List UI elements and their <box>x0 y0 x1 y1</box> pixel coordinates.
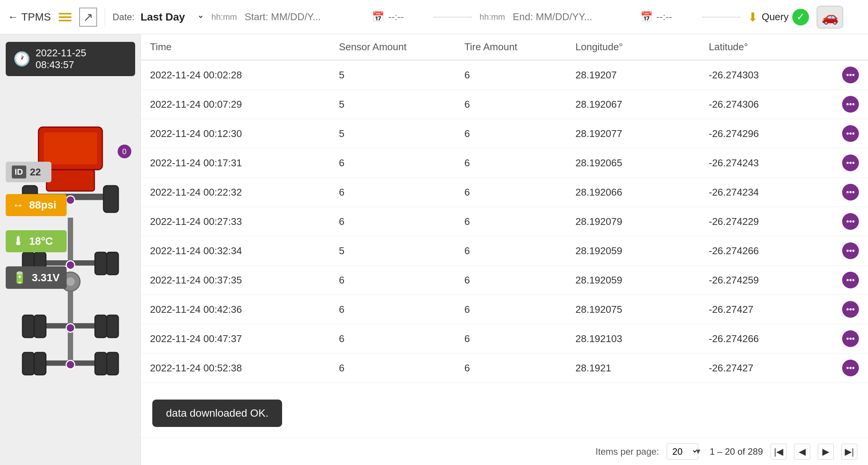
col-latitude: Latitude° <box>700 34 833 60</box>
cell-longitude: 28.192077 <box>566 119 700 148</box>
cell-latitude: -26.274266 <box>700 324 833 354</box>
cell-sensor: 5 <box>330 119 455 148</box>
cell-longitude: 28.192103 <box>566 324 700 354</box>
svg-point-29 <box>66 360 74 369</box>
more-button[interactable]: ••• <box>842 154 859 171</box>
menu-button[interactable] <box>59 13 72 21</box>
svg-rect-18 <box>95 315 107 338</box>
cell-sensor: 6 <box>330 148 455 178</box>
more-button[interactable]: ••• <box>842 330 859 347</box>
cell-time: 2022-11-24 00:32:34 <box>141 236 330 266</box>
cell-latitude: -26.274306 <box>700 90 833 119</box>
end-time-input[interactable] <box>656 11 694 23</box>
table-row: 2022-11-24 00:52:38 6 6 28.1921 -26.2742… <box>141 354 868 383</box>
cell-tire: 6 <box>455 324 566 354</box>
cell-action: ••• <box>833 60 868 90</box>
svg-point-27 <box>66 261 74 269</box>
start-time-input[interactable] <box>388 11 426 23</box>
sidebar: 🕐 2022-11-25 08:43:57 0 ID 22 ↔ 88psi 🌡 … <box>0 34 141 465</box>
more-button[interactable]: ••• <box>842 67 859 83</box>
svg-rect-14 <box>68 291 73 323</box>
cell-tire: 6 <box>455 90 566 119</box>
svg-rect-17 <box>34 315 46 338</box>
cell-latitude: -26.27427 <box>700 295 833 324</box>
cell-action: ••• <box>833 207 868 236</box>
more-button[interactable]: ••• <box>842 272 859 288</box>
more-button[interactable]: ••• <box>842 96 859 113</box>
cell-time: 2022-11-24 00:12:30 <box>141 119 330 148</box>
more-button[interactable]: ••• <box>842 184 859 201</box>
start-time-section: hh:mm 📅 <box>211 11 426 23</box>
cell-action: ••• <box>833 266 868 295</box>
cell-latitude: -26.274296 <box>700 119 833 148</box>
hhmm-label-1: hh:mm <box>211 12 237 22</box>
svg-rect-22 <box>22 352 34 375</box>
thermometer-icon: 🌡 <box>13 235 24 248</box>
cell-latitude: -26.274303 <box>700 60 833 90</box>
prev-page-button[interactable]: ◀ <box>794 444 810 460</box>
cell-time: 2022-11-24 00:42:36 <box>141 295 330 324</box>
vehicle-icon-button[interactable]: 🚗 <box>817 6 843 29</box>
query-label: Query <box>762 11 789 23</box>
cell-latitude: -26.27427 <box>700 354 833 383</box>
date-select[interactable]: Last Day Last Week Last Month Custom <box>139 11 204 23</box>
col-sensor-amount: Sensor Amount <box>330 34 455 60</box>
back-arrow-icon: ← <box>8 11 18 23</box>
more-button[interactable]: ••• <box>842 125 859 142</box>
svg-rect-1 <box>44 132 97 164</box>
toolbar: ← TPMS ↗ Date: Last Day Last Week Last M… <box>0 0 868 34</box>
export-button[interactable]: ↗ <box>79 8 97 27</box>
first-page-button[interactable]: |◀ <box>771 444 787 460</box>
table-row: 2022-11-24 00:07:29 5 6 28.192067 -26.27… <box>141 90 868 119</box>
end-calendar-icon[interactable]: 📅 <box>640 11 653 23</box>
more-button[interactable]: ••• <box>842 213 859 230</box>
temperature-value: 18°C <box>29 235 53 247</box>
back-button[interactable]: ← TPMS <box>8 11 51 23</box>
table-row: 2022-11-24 00:12:30 5 6 28.192077 -26.27… <box>141 119 868 148</box>
cell-action: ••• <box>833 295 868 324</box>
table-row: 2022-11-24 00:47:37 6 6 28.192103 -26.27… <box>141 324 868 354</box>
more-button[interactable]: ••• <box>842 360 859 376</box>
cell-longitude: 28.192067 <box>566 90 700 119</box>
cell-latitude: -26.274229 <box>700 207 833 236</box>
battery-icon: 🔋 <box>13 271 27 284</box>
date-section: Date: Last Day Last Week Last Month Cust… <box>113 11 204 23</box>
more-button[interactable]: ••• <box>842 301 859 318</box>
start-calendar-icon[interactable]: 📅 <box>372 11 384 23</box>
table-row: 2022-11-24 00:02:28 5 6 28.19207 -26.274… <box>141 60 868 90</box>
cell-sensor: 5 <box>330 60 455 90</box>
last-page-button[interactable]: ▶| <box>841 444 857 460</box>
svg-point-26 <box>66 196 74 204</box>
per-page-select[interactable]: 10 20 50 100 <box>667 443 698 460</box>
end-date-input[interactable] <box>513 11 637 23</box>
query-button[interactable]: ⬇ Query ✓ <box>748 9 809 25</box>
col-time: Time <box>141 34 330 60</box>
cell-sensor: 6 <box>330 178 455 207</box>
svg-point-28 <box>66 324 74 332</box>
date-label: Date: <box>113 12 134 22</box>
cell-longitude: 28.192075 <box>566 295 700 324</box>
pressure-icon: ↔ <box>13 199 24 212</box>
cell-action: ••• <box>833 90 868 119</box>
cell-latitude: -26.274259 <box>700 266 833 295</box>
cell-tire: 6 <box>455 178 566 207</box>
table-row: 2022-11-24 00:22:32 6 6 28.192066 -26.27… <box>141 178 868 207</box>
cell-tire: 6 <box>455 60 566 90</box>
id-box: ID 22 <box>6 162 51 182</box>
pressure-box: ↔ 88psi <box>6 194 67 216</box>
svg-rect-25 <box>107 352 118 375</box>
svg-point-13 <box>66 277 74 286</box>
svg-rect-16 <box>22 315 34 338</box>
time-separator-2 <box>702 17 740 18</box>
more-button[interactable]: ••• <box>842 242 859 259</box>
next-page-button[interactable]: ▶ <box>818 444 834 460</box>
cell-tire: 6 <box>455 295 566 324</box>
data-panel: Time Sensor Amount Tire Amount Longitude… <box>141 34 868 465</box>
items-per-page-label: Items per page: <box>595 446 659 457</box>
col-tire-amount: Tire Amount <box>455 34 566 60</box>
svg-rect-20 <box>68 328 73 360</box>
start-date-input[interactable] <box>244 11 368 23</box>
cell-sensor: 6 <box>330 354 455 383</box>
datetime-display: 2022-11-25 08:43:57 <box>36 47 128 71</box>
cell-sensor: 6 <box>330 266 455 295</box>
